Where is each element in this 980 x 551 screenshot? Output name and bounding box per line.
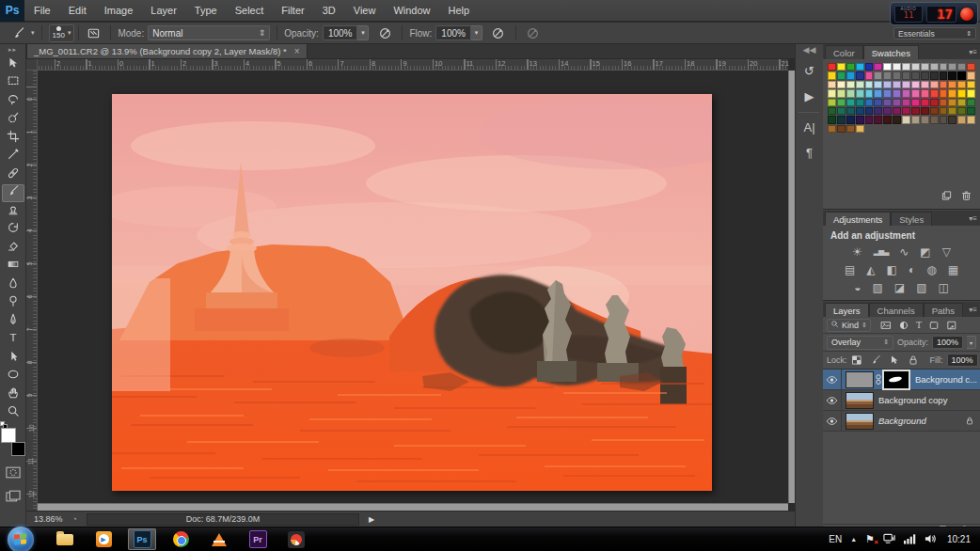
swatch-103[interactable] (893, 116, 901, 123)
swatch-97[interactable] (837, 116, 846, 123)
flow-input[interactable]: 100% (435, 25, 471, 40)
workspace-switcher[interactable]: Essentials ⇕ (893, 27, 976, 39)
lock-position-icon[interactable] (889, 354, 900, 366)
swatch-5[interactable] (874, 63, 882, 71)
photoshop-taskbar-icon[interactable]: Ps (128, 528, 156, 550)
swatch-99[interactable] (856, 116, 864, 123)
brush-tool[interactable] (2, 184, 24, 203)
swatch-21[interactable] (874, 71, 882, 79)
layers-opacity-dropdown[interactable]: ▾ (967, 336, 976, 349)
adjustments-tab-styles[interactable]: Styles (891, 212, 932, 226)
flow-dropdown-button[interactable]: ▾ (471, 25, 482, 40)
swatch-46[interactable] (957, 81, 966, 88)
pen-tool[interactable] (2, 312, 24, 331)
toolbox-grip[interactable]: ▸▸ (0, 44, 25, 55)
filter-shape-icon[interactable] (928, 320, 940, 331)
color-balance-icon[interactable]: ◭ (866, 264, 875, 276)
menu-item-filter[interactable]: Filter (281, 5, 304, 16)
layer-mask-thumbnail[interactable] (884, 371, 909, 388)
delete-swatch-button[interactable] (960, 188, 972, 205)
swatch-25[interactable] (911, 71, 920, 79)
color-chips[interactable] (1, 428, 25, 456)
photo-filter-icon[interactable]: ◐ (909, 264, 915, 276)
panel-menu-icon[interactable]: ▾≡ (969, 48, 977, 56)
swatch-88[interactable] (902, 107, 910, 115)
premiere-taskbar-icon[interactable]: Pr (244, 528, 272, 550)
new-swatch-button[interactable] (940, 188, 953, 205)
swatch-105[interactable] (911, 116, 920, 123)
swatch-22[interactable] (883, 71, 892, 79)
swatch-53[interactable] (874, 89, 882, 97)
adjustments-tab-adjustments[interactable]: Adjustments (825, 212, 891, 226)
color-lookup-icon[interactable]: ▦ (948, 264, 958, 276)
record-button[interactable] (960, 8, 973, 21)
swatch-106[interactable] (921, 116, 929, 123)
swatch-92[interactable] (940, 107, 948, 115)
horizontal-scrollbar[interactable] (38, 503, 788, 511)
swatch-112[interactable] (828, 125, 836, 133)
menu-item-image[interactable]: Image (104, 5, 134, 16)
swatches-tab-color[interactable]: Color (825, 45, 863, 59)
levels-icon[interactable]: ▂▅▃ (874, 248, 888, 256)
swatch-43[interactable] (930, 81, 939, 88)
paragraph-panel-icon[interactable]: ¶ (798, 141, 821, 164)
layers-tab-paths[interactable]: Paths (924, 303, 963, 317)
layers-tab-layers[interactable]: Layers (825, 303, 869, 317)
swatch-95[interactable] (967, 107, 975, 115)
swatch-98[interactable] (846, 116, 855, 123)
swatch-107[interactable] (930, 116, 939, 123)
zoom-tool[interactable] (2, 404, 24, 423)
black-white-icon[interactable]: ◧ (887, 264, 897, 276)
swatch-57[interactable] (911, 89, 920, 97)
quick-mask-mode-button[interactable] (6, 465, 21, 482)
action-center-flag-icon[interactable]: ⚑× (865, 533, 875, 545)
swatch-40[interactable] (902, 81, 910, 88)
crop-tool[interactable] (2, 129, 24, 148)
eyedropper-tool[interactable] (2, 148, 24, 166)
airbrush-toggle[interactable] (488, 24, 509, 41)
foreground-color-chip[interactable] (1, 428, 16, 443)
menu-item-select[interactable]: Select (235, 5, 264, 16)
swatch-108[interactable] (940, 116, 948, 123)
swatch-51[interactable] (856, 89, 864, 97)
show-hidden-icons-button[interactable]: ▲ (850, 536, 857, 543)
pressure-opacity-toggle[interactable] (374, 24, 395, 41)
swatch-70[interactable] (883, 99, 892, 106)
layer-thumbnail[interactable] (846, 392, 874, 409)
rectangular-marquee-tool[interactable] (2, 74, 24, 93)
opacity-input[interactable]: 100% (323, 25, 358, 40)
layer-thumbnail[interactable] (846, 413, 874, 430)
swatch-87[interactable] (893, 107, 901, 115)
ruler-corner[interactable] (26, 59, 38, 71)
swatch-65[interactable] (837, 99, 846, 106)
menu-item-file[interactable]: File (34, 5, 51, 16)
start-button[interactable] (8, 527, 34, 551)
swatch-29[interactable] (948, 71, 956, 79)
brush-tool-preset-icon[interactable] (8, 24, 28, 41)
swatch-31[interactable] (967, 71, 975, 79)
menu-item-layer[interactable]: Layer (150, 5, 177, 16)
vibrance-icon[interactable]: ▽ (942, 246, 951, 258)
close-tab-icon[interactable]: × (294, 46, 300, 56)
canvas-viewport[interactable] (38, 71, 788, 503)
swatch-69[interactable] (874, 99, 882, 106)
swatch-74[interactable] (921, 99, 929, 106)
swatch-67[interactable] (856, 99, 864, 106)
layer-row-2[interactable]: Background (823, 411, 980, 432)
background-color-chip[interactable] (11, 442, 25, 456)
menu-item-help[interactable]: Help (449, 5, 470, 16)
swatch-58[interactable] (921, 89, 929, 97)
swatch-7[interactable] (893, 63, 901, 71)
swatch-6[interactable] (883, 63, 892, 71)
pressure-size-toggle[interactable] (523, 24, 544, 41)
swatch-68[interactable] (865, 99, 874, 106)
dodge-tool[interactable] (2, 294, 24, 313)
layer-row-0[interactable]: Background c... (823, 370, 980, 390)
swatch-104[interactable] (902, 116, 910, 123)
filter-adjustment-icon[interactable] (898, 320, 909, 331)
swatch-38[interactable] (883, 81, 892, 88)
swatch-75[interactable] (930, 99, 939, 106)
horizontal-ruler[interactable]: 21012345678910111213141516171819202122 (38, 59, 788, 71)
swatch-81[interactable] (837, 107, 846, 115)
actions-panel-icon[interactable]: ▶ (798, 85, 821, 107)
